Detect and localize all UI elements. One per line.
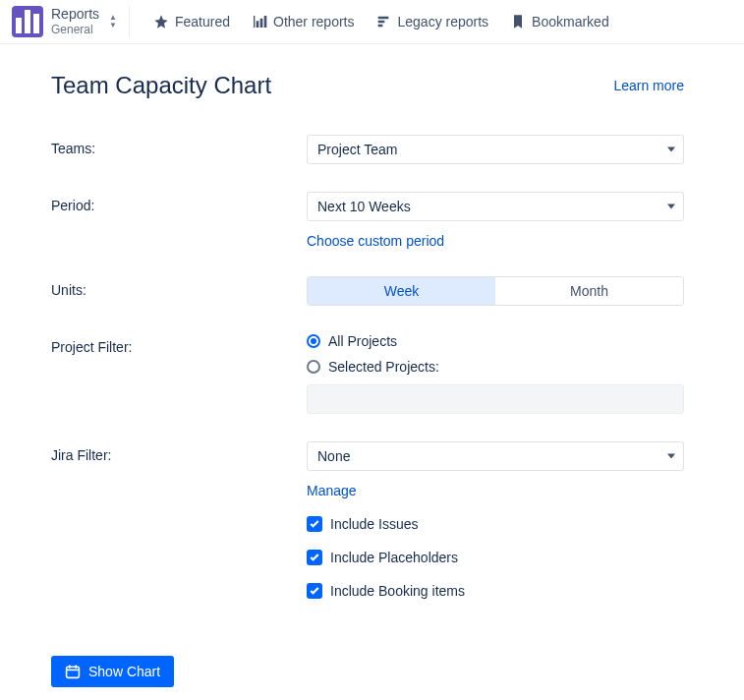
checkbox-include-placeholders-label: Include Placeholders (330, 550, 458, 565)
jira-filter-select-value: None (317, 448, 350, 464)
calendar-icon (65, 664, 81, 679)
radio-all-projects-input (307, 334, 320, 348)
teams-select[interactable]: Project Team (307, 135, 684, 164)
nav-featured-label: Featured (175, 14, 230, 29)
app-switch-chevrons-icon: ▲▼ (109, 14, 117, 29)
nav-legacy-reports[interactable]: Legacy reports (375, 14, 488, 29)
custom-period-link[interactable]: Choose custom period (307, 233, 444, 249)
checkbox-include-booking-label: Include Booking items (330, 583, 465, 599)
star-icon (153, 14, 169, 29)
reports-app-icon (12, 6, 43, 37)
show-chart-label: Show Chart (88, 664, 160, 679)
title-row: Team Capacity Chart Learn more (51, 72, 684, 99)
period-label: Period: (51, 192, 307, 213)
topnav: Featured Other reports Legacy reports Bo… (153, 14, 609, 29)
period-select-value: Next 10 Weeks (317, 199, 411, 214)
checkbox-include-booking[interactable]: Include Booking items (307, 583, 684, 599)
nav-legacy-label: Legacy reports (397, 14, 488, 29)
nav-other-reports[interactable]: Other reports (252, 14, 354, 29)
app-subtitle: General (51, 23, 99, 36)
units-week-button[interactable]: Week (308, 277, 495, 305)
checkbox-include-issues-label: Include Issues (330, 516, 419, 532)
checkbox-include-issues-box (307, 516, 322, 532)
radio-all-projects-label: All Projects (328, 333, 397, 349)
bookmark-icon (510, 14, 526, 29)
legacy-chart-icon (375, 14, 391, 29)
units-month-button[interactable]: Month (495, 277, 683, 305)
jira-filter-select[interactable]: None (307, 441, 684, 471)
units-label: Units: (51, 276, 307, 298)
selected-projects-box (307, 384, 684, 414)
units-toggle: Week Month (307, 276, 684, 306)
page-title: Team Capacity Chart (51, 72, 271, 99)
app-switcher[interactable]: Reports General ▲▼ (12, 6, 130, 37)
checkbox-include-booking-box (307, 583, 322, 599)
teams-select-value: Project Team (317, 142, 397, 157)
row-period: Period: Next 10 Weeks Choose custom peri… (51, 192, 684, 249)
row-project-filter: Project Filter: All Projects Selected Pr… (51, 333, 684, 414)
checkbox-include-placeholders[interactable]: Include Placeholders (307, 550, 684, 565)
topbar: Reports General ▲▼ Featured Other report… (0, 0, 744, 44)
nav-bookmarked-label: Bookmarked (532, 14, 609, 29)
content: Team Capacity Chart Learn more Teams: Pr… (0, 44, 727, 700)
nav-other-label: Other reports (273, 14, 354, 29)
learn-more-link[interactable]: Learn more (613, 78, 684, 93)
project-filter-label: Project Filter: (51, 333, 307, 355)
radio-selected-projects-input (307, 360, 320, 374)
period-select[interactable]: Next 10 Weeks (307, 192, 684, 221)
show-chart-button[interactable]: Show Chart (51, 656, 174, 687)
manage-filters-link[interactable]: Manage (307, 483, 357, 498)
radio-all-projects[interactable]: All Projects (307, 333, 684, 349)
row-teams: Teams: Project Team (51, 135, 684, 164)
chart-icon (252, 14, 267, 29)
svg-rect-0 (16, 18, 22, 33)
app-title: Reports (51, 6, 99, 23)
checkbox-include-placeholders-box (307, 550, 322, 565)
row-jira-filter: Jira Filter: None Manage Include Issues … (51, 441, 684, 599)
nav-bookmarked[interactable]: Bookmarked (510, 14, 609, 29)
svg-rect-2 (33, 14, 39, 33)
radio-selected-projects[interactable]: Selected Projects: (307, 359, 684, 375)
jira-filter-label: Jira Filter: (51, 441, 307, 463)
svg-rect-1 (25, 10, 30, 33)
teams-label: Teams: (51, 135, 307, 156)
nav-featured[interactable]: Featured (153, 14, 230, 29)
radio-selected-projects-label: Selected Projects: (328, 359, 439, 375)
app-text: Reports General (51, 6, 99, 36)
checkbox-include-issues[interactable]: Include Issues (307, 516, 684, 532)
row-units: Units: Week Month (51, 276, 684, 306)
svg-rect-3 (67, 667, 80, 677)
